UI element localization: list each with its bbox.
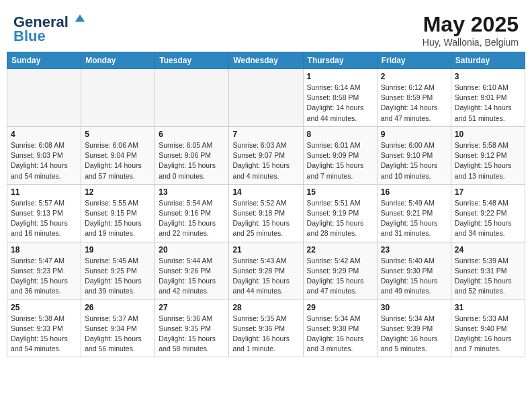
day-info: Sunrise: 5:54 AMSunset: 9:16 PMDaylight:…	[159, 198, 225, 239]
weekday-header-wednesday: Wednesday	[229, 52, 303, 69]
calendar-day-cell: 25Sunrise: 5:38 AMSunset: 9:33 PMDayligh…	[7, 300, 81, 357]
day-info: Sunrise: 5:36 AMSunset: 9:35 PMDaylight:…	[159, 314, 225, 355]
calendar-day-cell: 1Sunrise: 6:14 AMSunset: 8:58 PMDaylight…	[303, 69, 377, 127]
weekday-header-monday: Monday	[81, 52, 155, 69]
calendar-day-cell: 2Sunrise: 6:12 AMSunset: 8:59 PMDaylight…	[377, 69, 451, 127]
day-info: Sunrise: 5:40 AMSunset: 9:30 PMDaylight:…	[381, 256, 447, 297]
day-number: 26	[85, 303, 151, 312]
day-info: Sunrise: 5:33 AMSunset: 9:40 PMDaylight:…	[455, 314, 521, 355]
day-number: 8	[307, 130, 373, 139]
calendar-day-cell: 10Sunrise: 5:58 AMSunset: 9:12 PMDayligh…	[451, 126, 525, 184]
calendar-day-cell: 18Sunrise: 5:47 AMSunset: 9:23 PMDayligh…	[7, 242, 81, 300]
calendar-day-cell: 28Sunrise: 5:35 AMSunset: 9:36 PMDayligh…	[229, 300, 303, 357]
weekday-header-thursday: Thursday	[303, 52, 377, 69]
calendar-day-cell: 21Sunrise: 5:43 AMSunset: 9:28 PMDayligh…	[229, 242, 303, 300]
calendar-week-row: 11Sunrise: 5:57 AMSunset: 9:13 PMDayligh…	[7, 184, 525, 242]
svg-marker-0	[75, 15, 85, 22]
day-info: Sunrise: 5:45 AMSunset: 9:25 PMDaylight:…	[85, 256, 151, 297]
day-number: 22	[307, 245, 373, 255]
day-number: 18	[11, 245, 77, 255]
day-info: Sunrise: 6:05 AMSunset: 9:06 PMDaylight:…	[159, 140, 225, 181]
day-number: 21	[232, 245, 299, 255]
day-number: 3	[455, 72, 521, 81]
calendar-day-cell: 19Sunrise: 5:45 AMSunset: 9:25 PMDayligh…	[81, 242, 155, 300]
calendar-day-cell: 4Sunrise: 6:08 AMSunset: 9:03 PMDaylight…	[7, 126, 81, 184]
calendar-day-cell	[7, 69, 81, 127]
day-info: Sunrise: 5:43 AMSunset: 9:28 PMDaylight:…	[232, 256, 299, 297]
day-info: Sunrise: 6:01 AMSunset: 9:09 PMDaylight:…	[307, 140, 373, 181]
day-info: Sunrise: 5:34 AMSunset: 9:38 PMDaylight:…	[307, 314, 373, 355]
calendar-day-cell: 14Sunrise: 5:52 AMSunset: 9:18 PMDayligh…	[229, 184, 303, 242]
calendar-day-cell: 9Sunrise: 6:00 AMSunset: 9:10 PMDaylight…	[377, 126, 451, 184]
month-year-title: May 2025	[423, 12, 519, 37]
day-info: Sunrise: 6:08 AMSunset: 9:03 PMDaylight:…	[11, 140, 77, 181]
calendar-day-cell: 15Sunrise: 5:51 AMSunset: 9:19 PMDayligh…	[303, 184, 377, 242]
calendar-day-cell	[155, 69, 229, 127]
weekday-header-row: SundayMondayTuesdayWednesdayThursdayFrid…	[7, 52, 525, 69]
calendar-day-cell	[229, 69, 303, 127]
day-number: 13	[159, 187, 225, 197]
day-info: Sunrise: 5:38 AMSunset: 9:33 PMDaylight:…	[11, 314, 77, 355]
weekday-header-saturday: Saturday	[451, 52, 525, 69]
day-info: Sunrise: 6:14 AMSunset: 8:58 PMDaylight:…	[307, 83, 373, 124]
day-number: 16	[381, 187, 447, 197]
day-info: Sunrise: 5:39 AMSunset: 9:31 PMDaylight:…	[455, 256, 521, 297]
day-info: Sunrise: 5:51 AMSunset: 9:19 PMDaylight:…	[307, 198, 373, 239]
calendar-day-cell: 26Sunrise: 5:37 AMSunset: 9:34 PMDayligh…	[81, 300, 155, 357]
calendar-day-cell: 8Sunrise: 6:01 AMSunset: 9:09 PMDaylight…	[303, 126, 377, 184]
day-info: Sunrise: 6:10 AMSunset: 9:01 PMDaylight:…	[455, 83, 521, 124]
day-number: 10	[455, 130, 521, 139]
calendar-day-cell: 5Sunrise: 6:06 AMSunset: 9:04 PMDaylight…	[81, 126, 155, 184]
day-info: Sunrise: 6:06 AMSunset: 9:04 PMDaylight:…	[85, 140, 151, 181]
location-subtitle: Huy, Wallonia, Belgium	[423, 37, 519, 48]
day-info: Sunrise: 5:58 AMSunset: 9:12 PMDaylight:…	[455, 140, 521, 181]
day-number: 30	[381, 303, 447, 312]
day-number: 27	[159, 303, 225, 312]
page-header: General Blue May 2025 Huy, Wallonia, Bel…	[7, 7, 525, 52]
day-info: Sunrise: 5:55 AMSunset: 9:15 PMDaylight:…	[85, 198, 151, 239]
day-number: 23	[381, 245, 447, 255]
calendar-day-cell: 13Sunrise: 5:54 AMSunset: 9:16 PMDayligh…	[155, 184, 229, 242]
day-info: Sunrise: 6:03 AMSunset: 9:07 PMDaylight:…	[232, 140, 299, 181]
calendar-day-cell: 30Sunrise: 5:34 AMSunset: 9:39 PMDayligh…	[377, 300, 451, 357]
day-number: 31	[455, 303, 521, 312]
calendar-day-cell: 16Sunrise: 5:49 AMSunset: 9:21 PMDayligh…	[377, 184, 451, 242]
day-number: 20	[159, 245, 225, 255]
title-block: May 2025 Huy, Wallonia, Belgium	[423, 12, 519, 48]
day-number: 28	[232, 303, 299, 312]
day-number: 17	[455, 187, 521, 197]
day-info: Sunrise: 5:49 AMSunset: 9:21 PMDaylight:…	[381, 198, 447, 239]
day-number: 12	[85, 187, 151, 197]
day-number: 15	[307, 187, 373, 197]
day-info: Sunrise: 5:48 AMSunset: 9:22 PMDaylight:…	[455, 198, 521, 239]
logo-icon	[74, 12, 86, 24]
day-info: Sunrise: 5:42 AMSunset: 9:29 PMDaylight:…	[307, 256, 373, 297]
calendar-day-cell: 22Sunrise: 5:42 AMSunset: 9:29 PMDayligh…	[303, 242, 377, 300]
day-number: 9	[381, 130, 447, 139]
weekday-header-sunday: Sunday	[7, 52, 81, 69]
calendar-table: SundayMondayTuesdayWednesdayThursdayFrid…	[7, 52, 525, 357]
day-number: 25	[11, 303, 77, 312]
day-number: 1	[307, 72, 373, 81]
logo: General Blue	[13, 12, 86, 45]
calendar-week-row: 18Sunrise: 5:47 AMSunset: 9:23 PMDayligh…	[7, 242, 525, 300]
day-number: 7	[232, 130, 299, 139]
day-number: 2	[381, 72, 447, 81]
day-number: 19	[85, 245, 151, 255]
calendar-day-cell: 17Sunrise: 5:48 AMSunset: 9:22 PMDayligh…	[451, 184, 525, 242]
day-info: Sunrise: 5:34 AMSunset: 9:39 PMDaylight:…	[381, 314, 447, 355]
calendar-day-cell: 7Sunrise: 6:03 AMSunset: 9:07 PMDaylight…	[229, 126, 303, 184]
day-number: 29	[307, 303, 373, 312]
day-number: 4	[11, 130, 77, 139]
day-info: Sunrise: 5:37 AMSunset: 9:34 PMDaylight:…	[85, 314, 151, 355]
day-number: 24	[455, 245, 521, 255]
calendar-day-cell: 29Sunrise: 5:34 AMSunset: 9:38 PMDayligh…	[303, 300, 377, 357]
day-info: Sunrise: 6:00 AMSunset: 9:10 PMDaylight:…	[381, 140, 447, 181]
calendar-week-row: 25Sunrise: 5:38 AMSunset: 9:33 PMDayligh…	[7, 300, 525, 357]
day-info: Sunrise: 5:57 AMSunset: 9:13 PMDaylight:…	[11, 198, 77, 239]
weekday-header-tuesday: Tuesday	[155, 52, 229, 69]
calendar-day-cell: 12Sunrise: 5:55 AMSunset: 9:15 PMDayligh…	[81, 184, 155, 242]
calendar-day-cell: 24Sunrise: 5:39 AMSunset: 9:31 PMDayligh…	[451, 242, 525, 300]
calendar-day-cell: 27Sunrise: 5:36 AMSunset: 9:35 PMDayligh…	[155, 300, 229, 357]
day-number: 5	[85, 130, 151, 139]
